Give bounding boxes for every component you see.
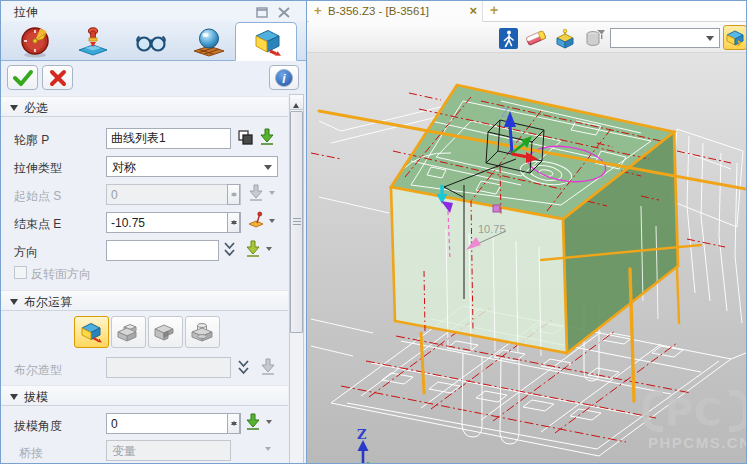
chevron-down-icon (264, 165, 272, 174)
model-canvas[interactable]: Z 10.75 (307, 53, 747, 464)
direction-input[interactable] (106, 240, 219, 261)
ok-button[interactable] (7, 65, 38, 90)
collapse-triangle-icon (10, 394, 18, 400)
end-point-spinner[interactable] (227, 212, 240, 233)
direction-options-icon[interactable] (266, 247, 272, 254)
dialog-titlebar[interactable]: 拉伸 (1, 1, 306, 21)
boolean-add-icon (115, 320, 142, 344)
flip-face-label: 反转面方向 (31, 266, 91, 283)
eraser-icon (525, 28, 547, 48)
triad-z-label: Z (501, 106, 508, 120)
check-icon (12, 69, 34, 87)
scene-3d: Z 10.75 (307, 53, 747, 464)
chevron-down-icon (706, 36, 714, 45)
section-draft[interactable]: 拔模 (1, 385, 288, 406)
draft-angle-options-icon[interactable] (266, 420, 272, 427)
info-icon: i (274, 68, 294, 88)
start-point-label: 起始点 S (14, 188, 61, 205)
boolean-intersect-icon (189, 320, 216, 344)
axis-indicator: Z Y (357, 427, 392, 464)
restore-window-icon[interactable] (254, 5, 270, 18)
document-plus-icon: + (314, 3, 322, 18)
close-window-icon[interactable] (276, 5, 292, 18)
pick-direction-icon[interactable] (244, 240, 262, 262)
flip-face-checkbox[interactable] (14, 266, 27, 279)
stamp-icon (75, 25, 111, 59)
viewport-toolbar (307, 22, 747, 53)
tab-gauge[interactable] (7, 23, 63, 60)
profile-input[interactable] (106, 128, 231, 149)
scrollbar-thumb[interactable] (290, 111, 303, 333)
tab-extrude-selected[interactable] (235, 22, 297, 61)
end-point-input[interactable] (106, 212, 241, 233)
section-required-label: 必选 (24, 100, 48, 117)
collapse-triangle-icon (10, 105, 18, 111)
end-point-label: 结束点 E (14, 216, 61, 233)
section-draft-label: 拔模 (24, 389, 48, 406)
feature-tabstrip (1, 21, 306, 61)
axis-z-label: Z (357, 427, 367, 442)
copy-icon[interactable] (237, 129, 254, 150)
scrollbar-grip (293, 218, 301, 226)
cross-icon (48, 69, 68, 87)
collapse-triangle-icon (10, 299, 18, 305)
draft-angle-spinner[interactable] (227, 413, 240, 434)
scrollbar-up-arrow[interactable] (290, 95, 303, 110)
tab-close-icon[interactable]: × (469, 3, 477, 18)
z-axis-arrow[interactable] (510, 125, 512, 153)
iso-view-icon (725, 28, 745, 47)
tab-glasses[interactable] (123, 23, 179, 60)
document-tab[interactable]: + B-356.Z3 - [B-3561] × (309, 1, 483, 22)
double-chevron-icon[interactable] (237, 359, 250, 381)
boolean-add-button[interactable] (111, 316, 146, 348)
sphere-icon (191, 25, 227, 59)
extrude-type-select[interactable]: 对称 (106, 156, 278, 177)
exit-sketch-button[interactable] (497, 27, 519, 49)
boolean-base-icon (78, 320, 105, 344)
panel-scrollbar[interactable] (289, 94, 304, 464)
start-point-input[interactable] (106, 184, 241, 205)
extrude-dialog-panel: 拉伸 (1, 1, 307, 464)
boolean-remove-button[interactable] (148, 316, 183, 348)
filter-icon (585, 28, 606, 49)
extrude-type-value: 对称 (112, 160, 136, 174)
dialog-actions: i (1, 61, 306, 94)
tab-render-sphere[interactable] (181, 23, 237, 60)
start-point-spinner[interactable] (227, 184, 240, 205)
view-combobox[interactable] (610, 28, 720, 48)
draft-angle-label: 拔模角度 (14, 418, 62, 435)
boolean-remove-icon (152, 320, 179, 344)
extrude-solid[interactable] (391, 85, 678, 353)
watermark-text: PHPCMS.CN (648, 434, 747, 451)
pick-green-arrow-icon[interactable] (244, 413, 262, 435)
cancel-button[interactable] (42, 65, 73, 90)
viewport-area: + B-356.Z3 - [B-3561] × + (307, 1, 747, 464)
info-button[interactable]: i (269, 65, 299, 90)
boolean-shape-input[interactable] (106, 357, 231, 378)
pick-arrow-disabled-icon (247, 184, 265, 206)
face-pick-button[interactable] (553, 27, 575, 49)
document-tab-title: B-356.Z3 - [B-3561] (328, 5, 429, 17)
profile-label: 轮廓 P (14, 132, 49, 149)
watermark: PC PHPCMS.CN (646, 390, 747, 451)
section-boolean[interactable]: 布尔运算 (1, 290, 288, 311)
filter-button[interactable] (584, 27, 606, 49)
pink-square-handle[interactable] (493, 205, 500, 212)
erase-button[interactable] (525, 27, 547, 49)
point-on-face-icon[interactable] (246, 210, 266, 234)
boolean-base-button[interactable] (74, 316, 109, 348)
new-tab-button[interactable]: + (490, 2, 498, 18)
section-required[interactable]: 必选 (1, 96, 288, 117)
draft-angle-input[interactable] (106, 413, 241, 434)
pick-green-arrow-icon[interactable] (258, 128, 276, 150)
end-point-options-icon[interactable] (269, 219, 275, 226)
bridge-select[interactable]: 变量 (106, 440, 231, 461)
extrude-form: 必选 轮廓 P 拉伸类型 对称 起始点 S 结束点 E (1, 94, 306, 464)
tab-stamp[interactable] (65, 23, 121, 60)
view-orientation-button[interactable] (723, 25, 747, 50)
bridge-value: 变量 (112, 444, 136, 458)
boolean-intersect-button[interactable] (185, 316, 220, 348)
double-chevron-icon[interactable] (223, 241, 236, 263)
pick-arrow-disabled-icon (259, 358, 277, 380)
document-tabbar: + B-356.Z3 - [B-3561] × + (307, 1, 747, 22)
